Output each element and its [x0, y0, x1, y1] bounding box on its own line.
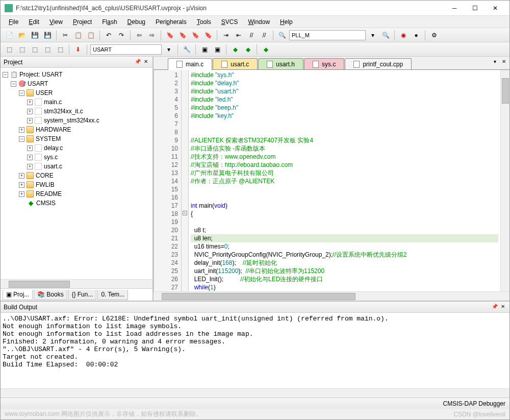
tree-file[interactable]: +main.c [3, 97, 150, 107]
bookmark-prev-icon[interactable]: 🔖 [177, 30, 188, 41]
tree-toggle[interactable]: − [11, 81, 16, 87]
editor-tab[interactable]: main.c [168, 58, 212, 70]
build-scroll-h[interactable] [1, 388, 509, 398]
scroll-thumb[interactable] [9, 281, 70, 288]
rte-icon[interactable]: ◆ [260, 44, 271, 55]
menu-project[interactable]: Project [69, 17, 96, 27]
scroll-thumb[interactable] [502, 78, 509, 104]
tree-file[interactable]: +usart.c [3, 162, 150, 171]
project-tree[interactable]: −📋Project: USART −🎯USART −USER+main.c+st… [1, 68, 152, 279]
tab-books[interactable]: 📚Books [34, 290, 67, 300]
open-file-icon[interactable]: 📂 [16, 30, 28, 41]
tree-group[interactable]: −USER [3, 88, 150, 97]
outdent-icon[interactable]: ⇤ [233, 30, 244, 41]
fold-gutter[interactable]: − [182, 70, 189, 291]
tree-toggle[interactable]: + [19, 173, 24, 179]
search-dropdown-icon[interactable]: ▾ [367, 30, 378, 41]
tab-close-icon[interactable]: ✕ [500, 59, 507, 66]
menu-tools[interactable]: Tools [193, 17, 215, 27]
menu-debug[interactable]: Debug [123, 17, 149, 27]
menu-peripherals[interactable]: Peripherals [151, 17, 191, 27]
target-dropdown-icon[interactable]: ▾ [163, 44, 174, 55]
tree-file[interactable]: +sys.c [3, 153, 150, 162]
tab-templates[interactable]: 0.Tem... [97, 290, 128, 300]
build-icon[interactable]: ⬚ [16, 44, 28, 55]
find-in-files-icon[interactable]: 🔍 [380, 30, 391, 41]
search-combo[interactable] [289, 30, 366, 40]
build-output-text[interactable]: ..\OBJ\USART.axf: Error: L6218E: Undefin… [1, 313, 509, 388]
redo-icon[interactable]: ↷ [116, 30, 127, 41]
breakpoint-icon[interactable]: ● [411, 30, 422, 41]
options-icon[interactable]: 🔧 [181, 44, 192, 55]
debug-icon[interactable]: ◉ [398, 30, 409, 41]
pack2-icon[interactable]: ◆ [242, 44, 253, 55]
tree-target[interactable]: USART [28, 80, 48, 87]
tree-group[interactable]: +README [3, 189, 150, 199]
tree-group[interactable]: +HARDWARE [3, 125, 150, 134]
editor-scroll-h[interactable] [154, 291, 509, 301]
tree-toggle[interactable]: + [27, 109, 33, 114]
tree-group[interactable]: −SYSTEM [3, 134, 150, 143]
menu-flash[interactable]: Flash [98, 17, 121, 27]
pin-icon[interactable]: 📌 [491, 304, 498, 311]
tree-file[interactable]: +stm32f4xx_it.c [3, 107, 150, 116]
tree-toggle[interactable]: + [19, 182, 24, 188]
uncomment-icon[interactable]: // [259, 30, 270, 41]
editor-tab[interactable]: usart.c [213, 58, 258, 69]
new-file-icon[interactable]: 📄 [4, 30, 15, 41]
menu-svcs[interactable]: SVCS [217, 17, 242, 27]
close-button[interactable]: ✕ [485, 1, 505, 15]
tree-cmsis[interactable]: CMSIS [36, 200, 56, 207]
tree-group[interactable]: +FWLIB [3, 180, 150, 189]
stop-build-icon[interactable]: ⬚ [55, 44, 66, 55]
manage-icon[interactable]: ▣ [199, 44, 210, 55]
tab-project[interactable]: ▣Proj... [3, 290, 33, 300]
find-icon[interactable]: 🔍 [276, 30, 288, 41]
save-icon[interactable]: 💾 [29, 30, 40, 41]
tree-toggle[interactable]: + [19, 127, 24, 133]
bookmark-icon[interactable]: 🔖 [164, 30, 175, 41]
tree-group[interactable]: +CORE [3, 171, 150, 180]
editor-tab[interactable]: usart.h [258, 58, 303, 69]
panel-close-icon[interactable]: ✕ [142, 59, 149, 66]
save-all-icon[interactable]: 💾 [42, 30, 53, 41]
rebuild-icon[interactable]: ⬚ [29, 44, 40, 55]
indent-icon[interactable]: ⇥ [220, 30, 232, 41]
manage2-icon[interactable]: ▣ [212, 44, 223, 55]
menu-edit[interactable]: Edit [24, 17, 43, 27]
tree-toggle[interactable]: + [19, 191, 24, 197]
cut-icon[interactable]: ✂ [60, 30, 71, 41]
copy-icon[interactable]: 📋 [72, 30, 84, 41]
batch-build-icon[interactable]: ⬚ [42, 44, 53, 55]
bookmark-clear-icon[interactable]: 🔖 [202, 30, 214, 41]
tree-toggle[interactable]: − [19, 90, 24, 96]
undo-icon[interactable]: ↶ [103, 30, 114, 41]
tab-dropdown-icon[interactable]: ▾ [491, 59, 498, 66]
editor-scroll-v[interactable] [500, 70, 509, 291]
tree-scroll-h[interactable] [1, 279, 152, 288]
editor-tab[interactable]: printf_cout.cpp [345, 58, 412, 69]
target-combo[interactable] [90, 44, 162, 55]
bookmark-next-icon[interactable]: 🔖 [190, 30, 201, 41]
tree-toggle[interactable]: − [19, 136, 24, 142]
pack-icon[interactable]: ◆ [230, 44, 241, 55]
scroll-thumb[interactable] [162, 293, 355, 300]
download-icon[interactable]: ⬇ [72, 44, 84, 55]
comment-icon[interactable]: // [246, 30, 257, 41]
maximize-button[interactable]: ☐ [465, 1, 485, 15]
menu-view[interactable]: View [45, 17, 67, 27]
tree-toggle[interactable]: + [27, 118, 33, 123]
minimize-button[interactable]: ─ [444, 1, 465, 15]
pin-icon[interactable]: 📌 [134, 59, 141, 66]
tree-root[interactable]: Project: USART [19, 71, 62, 78]
menu-help[interactable]: Help [276, 17, 297, 27]
code-area[interactable]: #include "sys.h"#include "delay.h"#inclu… [189, 70, 500, 291]
menu-file[interactable]: File [5, 17, 22, 27]
nav-fwd-icon[interactable]: ⇨ [146, 30, 158, 41]
tree-file[interactable]: +delay.c [3, 143, 150, 153]
config-icon[interactable]: ⚙ [428, 30, 440, 41]
menu-window[interactable]: Window [244, 17, 274, 27]
tab-functions[interactable]: {}Fun... [68, 290, 97, 300]
editor-tab[interactable]: sys.c [304, 58, 344, 69]
panel-close-icon[interactable]: ✕ [499, 304, 506, 311]
